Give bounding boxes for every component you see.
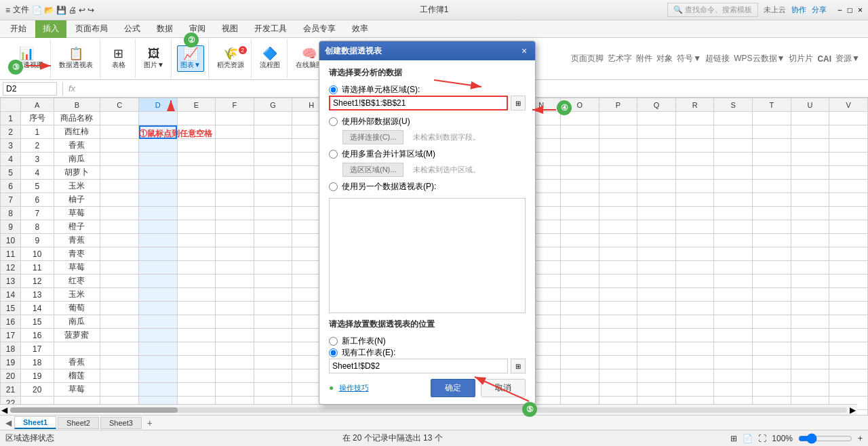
cell-13-1[interactable] [675,112,714,125]
cell-d10[interactable] [139,234,178,247]
cell-a1[interactable]: 序号 [21,112,54,125]
select-region-btn[interactable]: 选区区域(N)... [342,163,403,177]
col-a-header[interactable]: A [21,98,54,112]
cell-c2[interactable] [100,125,139,139]
cell-0-14[interactable] [177,288,216,302]
cell-13-14[interactable] [675,288,714,302]
cell-16-3[interactable] [791,139,829,153]
pivot-table-btn[interactable]: 📋 数据透视表 [56,46,96,71]
cell-1-17[interactable] [216,329,254,342]
cell-0-15[interactable] [177,302,216,315]
cell-b5[interactable]: 胡萝卜 [54,166,100,180]
tab-member[interactable]: 会员专享 [296,20,343,37]
cell-12-12[interactable] [637,261,676,275]
dialog-close-button[interactable]: × [519,45,530,56]
select-connection-btn[interactable]: 选择连接(C)... [342,130,403,144]
cell-16-10[interactable] [791,234,829,247]
cell-12-20[interactable] [637,369,676,383]
cell-b3[interactable]: 香蕉 [54,139,100,153]
radio-other-pivot[interactable] [329,182,338,191]
tab-page-layout[interactable]: 页面布局 [68,20,115,37]
cell-d9[interactable] [139,220,178,234]
collaborate-btn[interactable]: 协作 [791,5,806,15]
tab-formula[interactable]: 公式 [117,20,148,37]
cell-17-1[interactable] [829,112,868,125]
cell-2-12[interactable] [254,261,292,275]
cell-16-11[interactable] [791,247,829,261]
cell-a17[interactable]: 16 [21,329,54,342]
cell-d17[interactable] [139,329,178,342]
cell-2-21[interactable] [254,383,292,397]
cell-11-4[interactable] [599,153,637,166]
cell-1-3[interactable] [216,139,254,153]
cell-11-21[interactable] [599,383,637,397]
tab-dev[interactable]: 开发工具 [247,20,294,37]
cancel-button[interactable]: 取消 [481,379,526,397]
cell-d15[interactable] [139,302,178,315]
cell-15-7[interactable] [753,193,791,207]
cell-c21[interactable] [100,383,139,397]
row-header-18[interactable]: 18 [1,342,21,356]
cell-c12[interactable] [100,261,139,275]
cell-0-7[interactable] [177,193,216,207]
cell-2-5[interactable] [254,166,292,180]
new-icon[interactable]: 📄 [32,5,42,15]
cell-a18[interactable]: 17 [21,342,54,356]
cell-14-15[interactable] [714,302,753,315]
cell-1-14[interactable] [216,288,254,302]
cell-b19[interactable]: 香蕉 [54,356,100,369]
cell-16-13[interactable] [791,275,829,288]
cell-15-4[interactable] [753,153,791,166]
cell-14-9[interactable] [714,220,753,234]
cell-0-20[interactable] [177,369,216,383]
cell-15-8[interactable] [753,207,791,220]
cell-16-19[interactable] [791,356,829,369]
cell-a21[interactable]: 20 [21,383,54,397]
cell-15-12[interactable] [753,261,791,275]
cell-a13[interactable]: 12 [21,275,54,288]
cell-14-10[interactable] [714,234,753,247]
cell-17-4[interactable] [829,153,868,166]
cell-10-9[interactable] [561,220,599,234]
col-r-header[interactable]: R [675,98,714,112]
cell-15-9[interactable] [753,220,791,234]
cell-1-15[interactable] [216,302,254,315]
cell-17-15[interactable] [829,302,868,315]
cell-11-9[interactable] [599,220,637,234]
cell-0-17[interactable] [177,329,216,342]
save-icon[interactable]: 💾 [56,5,66,15]
cell-13-21[interactable] [675,383,714,397]
cell-a11[interactable]: 10 [21,247,54,261]
radio-cell-range[interactable] [329,85,338,94]
cell-13-10[interactable] [675,234,714,247]
col-e-header[interactable]: E [177,98,216,112]
cell-16-12[interactable] [791,261,829,275]
cell-a5[interactable]: 4 [21,166,54,180]
cell-11-13[interactable] [599,275,637,288]
cell-1-19[interactable] [216,356,254,369]
cell-12-13[interactable] [637,275,676,288]
cell-2-17[interactable] [254,329,292,342]
cell-13-5[interactable] [675,166,714,180]
cell-2-20[interactable] [254,369,292,383]
cell-15-16[interactable] [753,315,791,329]
row-header-1[interactable]: 1 [1,112,21,125]
row-header-4[interactable]: 4 [1,153,21,166]
cell-a15[interactable]: 14 [21,302,54,315]
cell-14-19[interactable] [714,356,753,369]
cell-14-14[interactable] [714,288,753,302]
cell-11-2[interactable] [599,125,637,139]
cell-0-6[interactable] [177,180,216,193]
cell-1-21[interactable] [216,383,254,397]
cell-b11[interactable]: 青枣 [54,247,100,261]
cell-14-6[interactable] [714,180,753,193]
cell-16-9[interactable] [791,220,829,234]
cell-1-11[interactable] [216,247,254,261]
cell-17-6[interactable] [829,180,868,193]
cell-1-13[interactable] [216,275,254,288]
cell-14-2[interactable] [714,125,753,139]
cell-1-18[interactable] [216,342,254,356]
cell-10-16[interactable] [561,315,599,329]
cell-0-18[interactable] [177,342,216,356]
cell-11-18[interactable] [599,342,637,356]
